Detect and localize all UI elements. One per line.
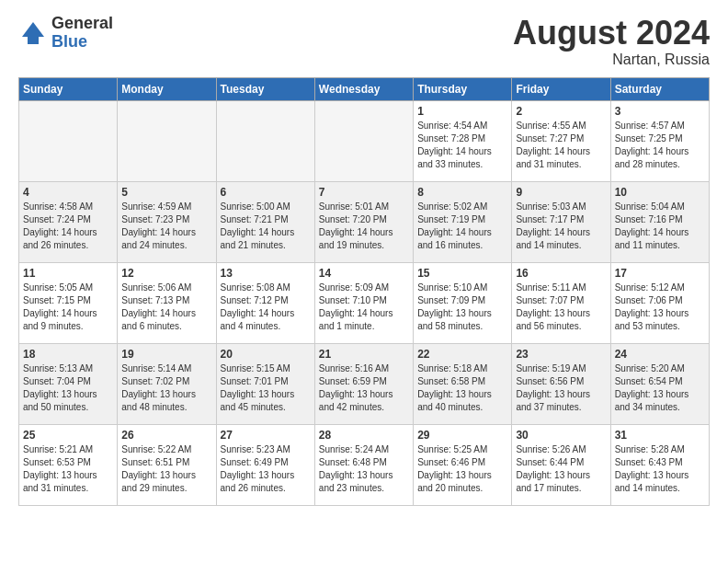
day-number: 29: [417, 429, 507, 442]
day-cell: 25Sunrise: 5:21 AM Sunset: 6:53 PM Dayli…: [19, 424, 118, 505]
col-wednesday: Wednesday: [314, 77, 413, 100]
day-number: 8: [417, 186, 507, 199]
page: General Blue August 2024 Nartan, Russia …: [0, 0, 728, 563]
day-detail: Sunrise: 4:54 AM Sunset: 7:28 PM Dayligh…: [417, 120, 507, 171]
day-cell: 3Sunrise: 4:57 AM Sunset: 7:25 PM Daylig…: [610, 100, 709, 181]
day-cell: 8Sunrise: 5:02 AM Sunset: 7:19 PM Daylig…: [414, 181, 512, 262]
day-cell: 15Sunrise: 5:10 AM Sunset: 7:09 PM Dayli…: [414, 262, 512, 343]
day-number: 22: [417, 348, 507, 361]
day-number: 31: [615, 429, 705, 442]
day-number: 10: [615, 186, 705, 199]
day-cell: 1Sunrise: 4:54 AM Sunset: 7:28 PM Daylig…: [414, 100, 512, 181]
day-number: 20: [221, 348, 311, 361]
day-detail: Sunrise: 5:12 AM Sunset: 7:06 PM Dayligh…: [615, 282, 705, 333]
day-cell: 6Sunrise: 5:00 AM Sunset: 7:21 PM Daylig…: [216, 181, 314, 262]
day-number: 9: [516, 186, 606, 199]
day-detail: Sunrise: 5:22 AM Sunset: 6:51 PM Dayligh…: [121, 443, 211, 495]
day-detail: Sunrise: 5:20 AM Sunset: 6:54 PM Dayligh…: [615, 362, 705, 414]
day-number: 5: [121, 186, 211, 199]
day-detail: Sunrise: 5:06 AM Sunset: 7:13 PM Dayligh…: [121, 282, 211, 333]
day-number: 14: [319, 267, 409, 280]
month-title: August 2024: [513, 15, 710, 52]
day-number: 18: [23, 348, 113, 361]
day-number: 23: [516, 348, 606, 361]
day-detail: Sunrise: 4:57 AM Sunset: 7:25 PM Dayligh…: [615, 120, 705, 171]
day-cell: 18Sunrise: 5:13 AM Sunset: 7:04 PM Dayli…: [19, 343, 118, 424]
day-cell: 30Sunrise: 5:26 AM Sunset: 6:44 PM Dayli…: [512, 424, 610, 505]
day-detail: Sunrise: 5:18 AM Sunset: 6:58 PM Dayligh…: [417, 362, 507, 414]
logo: General Blue: [18, 15, 113, 52]
day-cell: 27Sunrise: 5:23 AM Sunset: 6:49 PM Dayli…: [216, 424, 314, 505]
title-block: August 2024 Nartan, Russia: [513, 15, 710, 68]
week-row-1: 1Sunrise: 4:54 AM Sunset: 7:28 PM Daylig…: [19, 100, 710, 181]
day-cell: 20Sunrise: 5:15 AM Sunset: 7:01 PM Dayli…: [216, 343, 314, 424]
day-cell: 4Sunrise: 4:58 AM Sunset: 7:24 PM Daylig…: [19, 181, 118, 262]
week-row-4: 18Sunrise: 5:13 AM Sunset: 7:04 PM Dayli…: [19, 343, 710, 424]
day-cell: 17Sunrise: 5:12 AM Sunset: 7:06 PM Dayli…: [610, 262, 709, 343]
day-number: 1: [417, 105, 507, 118]
calendar-table: Sunday Monday Tuesday Wednesday Thursday…: [18, 77, 710, 506]
day-detail: Sunrise: 5:08 AM Sunset: 7:12 PM Dayligh…: [221, 282, 311, 333]
day-number: 16: [516, 267, 606, 280]
day-cell: 2Sunrise: 4:55 AM Sunset: 7:27 PM Daylig…: [512, 100, 610, 181]
week-row-2: 4Sunrise: 4:58 AM Sunset: 7:24 PM Daylig…: [19, 181, 710, 262]
day-cell: 22Sunrise: 5:18 AM Sunset: 6:58 PM Dayli…: [414, 343, 512, 424]
day-number: 27: [221, 429, 311, 442]
day-cell: 31Sunrise: 5:28 AM Sunset: 6:43 PM Dayli…: [610, 424, 709, 505]
day-detail: Sunrise: 4:55 AM Sunset: 7:27 PM Dayligh…: [516, 120, 606, 171]
header-row: Sunday Monday Tuesday Wednesday Thursday…: [19, 77, 710, 100]
day-cell: 10Sunrise: 5:04 AM Sunset: 7:16 PM Dayli…: [610, 181, 709, 262]
day-cell: 5Sunrise: 4:59 AM Sunset: 7:23 PM Daylig…: [118, 181, 216, 262]
day-number: 15: [417, 267, 507, 280]
day-detail: Sunrise: 4:59 AM Sunset: 7:23 PM Dayligh…: [121, 201, 211, 252]
logo-general: General: [51, 15, 113, 33]
col-sunday: Sunday: [19, 77, 118, 100]
day-detail: Sunrise: 4:58 AM Sunset: 7:24 PM Dayligh…: [23, 201, 113, 252]
day-number: 2: [516, 105, 606, 118]
logo-blue: Blue: [51, 33, 113, 52]
svg-marker-0: [22, 22, 44, 37]
day-cell: 21Sunrise: 5:16 AM Sunset: 6:59 PM Dayli…: [314, 343, 413, 424]
day-cell: 13Sunrise: 5:08 AM Sunset: 7:12 PM Dayli…: [216, 262, 314, 343]
day-cell: 12Sunrise: 5:06 AM Sunset: 7:13 PM Dayli…: [118, 262, 216, 343]
day-cell: 11Sunrise: 5:05 AM Sunset: 7:15 PM Dayli…: [19, 262, 118, 343]
day-detail: Sunrise: 5:26 AM Sunset: 6:44 PM Dayligh…: [516, 443, 606, 495]
day-number: 17: [615, 267, 705, 280]
day-detail: Sunrise: 5:21 AM Sunset: 6:53 PM Dayligh…: [23, 443, 113, 495]
logo-icon: [18, 18, 48, 48]
day-cell: 24Sunrise: 5:20 AM Sunset: 6:54 PM Dayli…: [610, 343, 709, 424]
day-cell: 26Sunrise: 5:22 AM Sunset: 6:51 PM Dayli…: [118, 424, 216, 505]
day-detail: Sunrise: 5:25 AM Sunset: 6:46 PM Dayligh…: [417, 443, 507, 495]
day-number: 4: [23, 186, 113, 199]
calendar-body: 1Sunrise: 4:54 AM Sunset: 7:28 PM Daylig…: [19, 100, 710, 505]
day-detail: Sunrise: 5:23 AM Sunset: 6:49 PM Dayligh…: [221, 443, 311, 495]
day-number: 26: [121, 429, 211, 442]
week-row-3: 11Sunrise: 5:05 AM Sunset: 7:15 PM Dayli…: [19, 262, 710, 343]
day-number: 12: [121, 267, 211, 280]
calendar-header: Sunday Monday Tuesday Wednesday Thursday…: [19, 77, 710, 100]
day-cell: 29Sunrise: 5:25 AM Sunset: 6:46 PM Dayli…: [414, 424, 512, 505]
day-detail: Sunrise: 5:04 AM Sunset: 7:16 PM Dayligh…: [615, 201, 705, 252]
day-cell: [216, 100, 314, 181]
header: General Blue August 2024 Nartan, Russia: [18, 15, 710, 68]
col-friday: Friday: [512, 77, 610, 100]
day-cell: 28Sunrise: 5:24 AM Sunset: 6:48 PM Dayli…: [314, 424, 413, 505]
day-detail: Sunrise: 5:28 AM Sunset: 6:43 PM Dayligh…: [615, 443, 705, 495]
day-number: 19: [121, 348, 211, 361]
day-number: 13: [221, 267, 311, 280]
col-saturday: Saturday: [610, 77, 709, 100]
day-cell: [19, 100, 118, 181]
day-detail: Sunrise: 5:13 AM Sunset: 7:04 PM Dayligh…: [23, 362, 113, 414]
week-row-5: 25Sunrise: 5:21 AM Sunset: 6:53 PM Dayli…: [19, 424, 710, 505]
day-detail: Sunrise: 5:19 AM Sunset: 6:56 PM Dayligh…: [516, 362, 606, 414]
day-cell: 19Sunrise: 5:14 AM Sunset: 7:02 PM Dayli…: [118, 343, 216, 424]
day-number: 11: [23, 267, 113, 280]
day-number: 25: [23, 429, 113, 442]
svg-rect-1: [28, 37, 39, 44]
col-tuesday: Tuesday: [216, 77, 314, 100]
day-detail: Sunrise: 5:15 AM Sunset: 7:01 PM Dayligh…: [221, 362, 311, 414]
day-number: 3: [615, 105, 705, 118]
col-thursday: Thursday: [414, 77, 512, 100]
day-number: 21: [319, 348, 409, 361]
day-cell: 23Sunrise: 5:19 AM Sunset: 6:56 PM Dayli…: [512, 343, 610, 424]
